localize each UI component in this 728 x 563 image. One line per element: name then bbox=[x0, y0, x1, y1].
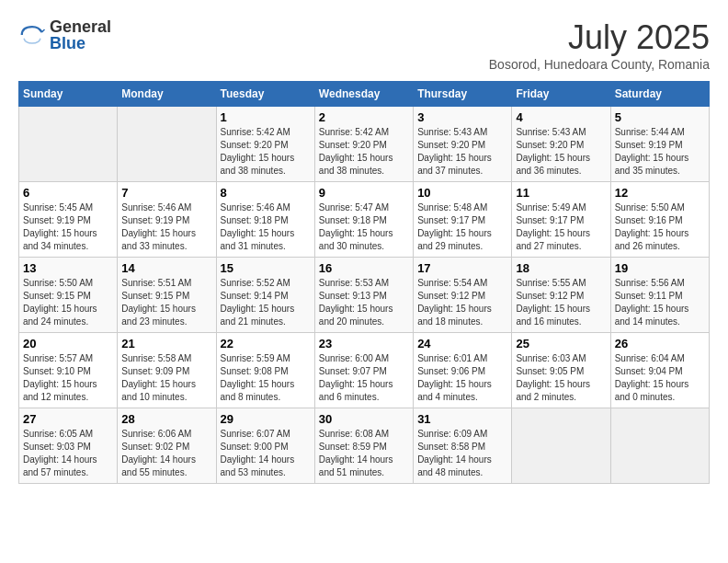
day-number: 15 bbox=[221, 261, 311, 275]
calendar-cell bbox=[512, 408, 610, 484]
calendar-cell: 22Sunrise: 5:59 AMSunset: 9:08 PMDayligh… bbox=[216, 333, 314, 408]
week-row-5: 27Sunrise: 6:05 AMSunset: 9:03 PMDayligh… bbox=[19, 408, 710, 484]
day-number: 3 bbox=[417, 110, 507, 124]
day-info: Sunrise: 6:00 AMSunset: 9:07 PMDaylight:… bbox=[319, 352, 409, 404]
day-info: Sunrise: 6:09 AMSunset: 8:58 PMDaylight:… bbox=[417, 428, 507, 479]
calendar-cell: 28Sunrise: 6:06 AMSunset: 9:02 PMDayligh… bbox=[118, 408, 216, 484]
day-number: 21 bbox=[121, 337, 211, 350]
day-info: Sunrise: 5:58 AMSunset: 9:09 PMDaylight:… bbox=[121, 352, 211, 404]
calendar-cell: 5Sunrise: 5:44 AMSunset: 9:19 PMDaylight… bbox=[610, 107, 709, 182]
day-number: 28 bbox=[121, 412, 211, 426]
day-info: Sunrise: 5:42 AMSunset: 9:20 PMDaylight:… bbox=[319, 126, 409, 178]
day-number: 12 bbox=[615, 186, 705, 200]
day-number: 17 bbox=[417, 261, 507, 275]
title-area: July 2025 Bosorod, Hunedoara County, Rom… bbox=[489, 18, 710, 72]
day-number: 14 bbox=[121, 261, 211, 275]
day-info: Sunrise: 5:55 AMSunset: 9:12 PMDaylight:… bbox=[516, 277, 606, 328]
weekday-header-friday: Friday bbox=[512, 82, 610, 107]
calendar-cell: 16Sunrise: 5:53 AMSunset: 9:13 PMDayligh… bbox=[314, 258, 413, 333]
day-number: 10 bbox=[417, 186, 507, 200]
logo-general-text: General bbox=[50, 18, 111, 35]
calendar-cell bbox=[19, 107, 118, 182]
day-info: Sunrise: 5:54 AMSunset: 9:12 PMDaylight:… bbox=[417, 277, 507, 328]
day-info: Sunrise: 5:51 AMSunset: 9:15 PMDaylight:… bbox=[121, 277, 211, 328]
day-number: 22 bbox=[221, 337, 311, 350]
calendar-cell bbox=[610, 408, 709, 484]
calendar-cell: 9Sunrise: 5:47 AMSunset: 9:18 PMDaylight… bbox=[314, 182, 413, 258]
calendar-cell: 1Sunrise: 5:42 AMSunset: 9:20 PMDaylight… bbox=[216, 107, 314, 182]
day-info: Sunrise: 5:49 AMSunset: 9:17 PMDaylight:… bbox=[516, 201, 606, 253]
location: Bosorod, Hunedoara County, Romania bbox=[489, 57, 710, 72]
calendar-cell: 31Sunrise: 6:09 AMSunset: 8:58 PMDayligh… bbox=[414, 408, 512, 484]
day-number: 18 bbox=[516, 261, 606, 275]
page-header: General Blue July 2025 Bosorod, Hunedoar… bbox=[18, 18, 710, 72]
day-info: Sunrise: 5:56 AMSunset: 9:11 PMDaylight:… bbox=[615, 277, 705, 328]
weekday-header-sunday: Sunday bbox=[19, 82, 118, 107]
weekday-header-wednesday: Wednesday bbox=[314, 82, 413, 107]
calendar-cell: 27Sunrise: 6:05 AMSunset: 9:03 PMDayligh… bbox=[19, 408, 118, 484]
day-number: 11 bbox=[516, 186, 606, 200]
day-number: 8 bbox=[221, 186, 311, 200]
calendar-cell: 23Sunrise: 6:00 AMSunset: 9:07 PMDayligh… bbox=[314, 333, 413, 408]
day-number: 16 bbox=[319, 261, 409, 275]
day-number: 25 bbox=[516, 337, 606, 350]
day-number: 2 bbox=[319, 110, 409, 124]
calendar-cell: 3Sunrise: 5:43 AMSunset: 9:20 PMDaylight… bbox=[414, 107, 512, 182]
day-number: 1 bbox=[221, 110, 311, 124]
day-info: Sunrise: 6:04 AMSunset: 9:04 PMDaylight:… bbox=[615, 352, 705, 404]
calendar-cell: 21Sunrise: 5:58 AMSunset: 9:09 PMDayligh… bbox=[118, 333, 216, 408]
week-row-4: 20Sunrise: 5:57 AMSunset: 9:10 PMDayligh… bbox=[19, 333, 710, 408]
day-info: Sunrise: 6:06 AMSunset: 9:02 PMDaylight:… bbox=[121, 428, 211, 479]
day-info: Sunrise: 5:45 AMSunset: 9:19 PMDaylight:… bbox=[23, 201, 113, 253]
calendar-cell: 18Sunrise: 5:55 AMSunset: 9:12 PMDayligh… bbox=[512, 258, 610, 333]
day-number: 13 bbox=[23, 261, 113, 275]
calendar-cell: 15Sunrise: 5:52 AMSunset: 9:14 PMDayligh… bbox=[216, 258, 314, 333]
day-info: Sunrise: 6:01 AMSunset: 9:06 PMDaylight:… bbox=[417, 352, 507, 404]
day-number: 31 bbox=[417, 412, 507, 426]
calendar-cell: 4Sunrise: 5:43 AMSunset: 9:20 PMDaylight… bbox=[512, 107, 610, 182]
calendar-cell: 30Sunrise: 6:08 AMSunset: 8:59 PMDayligh… bbox=[314, 408, 413, 484]
day-info: Sunrise: 5:59 AMSunset: 9:08 PMDaylight:… bbox=[221, 352, 311, 404]
calendar-cell: 11Sunrise: 5:49 AMSunset: 9:17 PMDayligh… bbox=[512, 182, 610, 258]
calendar-cell: 10Sunrise: 5:48 AMSunset: 9:17 PMDayligh… bbox=[414, 182, 512, 258]
day-info: Sunrise: 5:48 AMSunset: 9:17 PMDaylight:… bbox=[417, 201, 507, 253]
day-number: 26 bbox=[615, 337, 705, 350]
week-row-2: 6Sunrise: 5:45 AMSunset: 9:19 PMDaylight… bbox=[19, 182, 710, 258]
logo: General Blue bbox=[18, 18, 111, 52]
calendar-table: SundayMondayTuesdayWednesdayThursdayFrid… bbox=[18, 81, 710, 484]
day-info: Sunrise: 5:50 AMSunset: 9:16 PMDaylight:… bbox=[615, 201, 705, 253]
day-number: 7 bbox=[121, 186, 211, 200]
day-number: 24 bbox=[417, 337, 507, 350]
calendar-cell: 26Sunrise: 6:04 AMSunset: 9:04 PMDayligh… bbox=[610, 333, 709, 408]
day-info: Sunrise: 5:47 AMSunset: 9:18 PMDaylight:… bbox=[319, 201, 409, 253]
calendar-cell: 13Sunrise: 5:50 AMSunset: 9:15 PMDayligh… bbox=[19, 258, 118, 333]
day-number: 9 bbox=[319, 186, 409, 200]
day-number: 19 bbox=[615, 261, 705, 275]
calendar-cell: 19Sunrise: 5:56 AMSunset: 9:11 PMDayligh… bbox=[610, 258, 709, 333]
calendar-cell: 8Sunrise: 5:46 AMSunset: 9:18 PMDaylight… bbox=[216, 182, 314, 258]
day-info: Sunrise: 6:08 AMSunset: 8:59 PMDaylight:… bbox=[319, 428, 409, 479]
calendar-cell: 6Sunrise: 5:45 AMSunset: 9:19 PMDaylight… bbox=[19, 182, 118, 258]
week-row-3: 13Sunrise: 5:50 AMSunset: 9:15 PMDayligh… bbox=[19, 258, 710, 333]
weekday-header-monday: Monday bbox=[118, 82, 216, 107]
day-info: Sunrise: 6:07 AMSunset: 9:00 PMDaylight:… bbox=[221, 428, 311, 479]
weekday-header-tuesday: Tuesday bbox=[216, 82, 314, 107]
day-number: 6 bbox=[23, 186, 113, 200]
weekday-header-thursday: Thursday bbox=[414, 82, 512, 107]
day-info: Sunrise: 5:43 AMSunset: 9:20 PMDaylight:… bbox=[516, 126, 606, 178]
weekday-header-row: SundayMondayTuesdayWednesdayThursdayFrid… bbox=[19, 82, 710, 107]
day-info: Sunrise: 5:46 AMSunset: 9:19 PMDaylight:… bbox=[121, 201, 211, 253]
day-info: Sunrise: 6:05 AMSunset: 9:03 PMDaylight:… bbox=[23, 428, 113, 479]
day-info: Sunrise: 5:46 AMSunset: 9:18 PMDaylight:… bbox=[221, 201, 311, 253]
day-number: 29 bbox=[221, 412, 311, 426]
logo-icon bbox=[18, 21, 46, 49]
day-info: Sunrise: 5:43 AMSunset: 9:20 PMDaylight:… bbox=[417, 126, 507, 178]
day-info: Sunrise: 5:53 AMSunset: 9:13 PMDaylight:… bbox=[319, 277, 409, 328]
calendar-cell: 2Sunrise: 5:42 AMSunset: 9:20 PMDaylight… bbox=[314, 107, 413, 182]
day-number: 5 bbox=[615, 110, 705, 124]
day-info: Sunrise: 6:03 AMSunset: 9:05 PMDaylight:… bbox=[516, 352, 606, 404]
week-row-1: 1Sunrise: 5:42 AMSunset: 9:20 PMDaylight… bbox=[19, 107, 710, 182]
day-info: Sunrise: 5:50 AMSunset: 9:15 PMDaylight:… bbox=[23, 277, 113, 328]
calendar-cell: 25Sunrise: 6:03 AMSunset: 9:05 PMDayligh… bbox=[512, 333, 610, 408]
day-info: Sunrise: 5:42 AMSunset: 9:20 PMDaylight:… bbox=[221, 126, 311, 178]
